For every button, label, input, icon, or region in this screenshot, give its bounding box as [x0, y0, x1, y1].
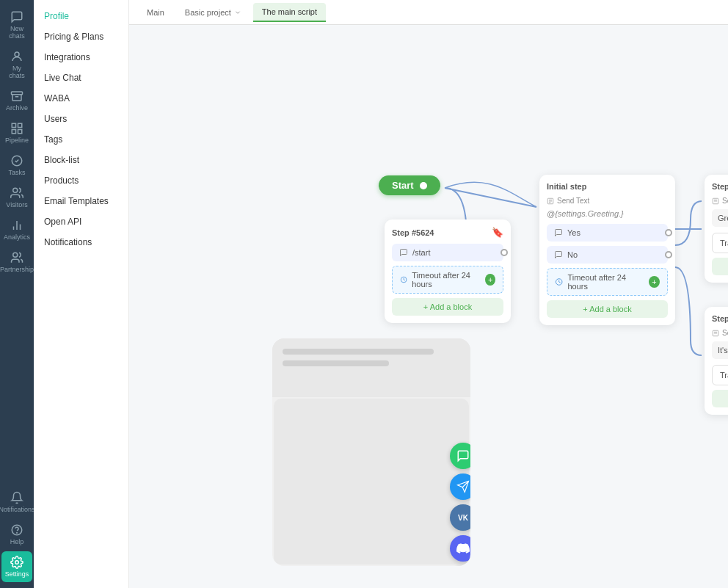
text-icon-5621: [712, 330, 719, 337]
icon-sidebar: New chats My chats Archive Pipeline Task…: [0, 0, 34, 588]
b2chat-icon: [456, 449, 470, 462]
text-icon-5620: [712, 197, 719, 205]
tab-basic-project[interactable]: Basic project: [176, 4, 250, 21]
menu-item-products[interactable]: Products: [34, 170, 128, 191]
menu-item-profile[interactable]: Profile: [34, 6, 128, 26]
sidebar-item-label: Help: [10, 538, 24, 545]
sidebar-item-label: Pipeline: [5, 137, 29, 144]
main-content: Main Basic project The main script Start: [129, 0, 728, 588]
start-connector: [420, 182, 427, 189]
preview-line-1: [283, 349, 434, 355]
card-title-initial: Initial step: [547, 182, 668, 191]
start-label: Start: [392, 180, 414, 191]
menu-item-live-chat[interactable]: Live Chat: [34, 68, 128, 88]
top-tabs: Main Basic project The main script: [129, 0, 728, 25]
sidebar-item-settings[interactable]: Settings: [1, 551, 32, 582]
clock-icon-initial: [555, 277, 563, 286]
preview-body: VK: [274, 399, 469, 565]
tab-main[interactable]: Main: [138, 4, 173, 21]
sidebar-item-label: Notifications: [0, 506, 35, 513]
menu-item-open-api[interactable]: Open API: [34, 211, 128, 232]
sidebar-item-label: Settings: [5, 570, 29, 578]
no-connector: [665, 251, 672, 258]
flow-card-5624: Step #5624 🔖 /start Timeout after 24 hou…: [385, 219, 511, 323]
slash-start-block: /start: [392, 244, 503, 261]
send-text-label-5621: Send Text: [712, 329, 728, 337]
slash-start-label: /start: [412, 248, 430, 257]
menu-item-tags[interactable]: Tags: [34, 129, 128, 150]
social-icon-telegram[interactable]: [450, 473, 470, 500]
transfer-btn-5621[interactable]: Transfer +: [712, 365, 728, 385]
menu-item-pricing[interactable]: Pricing & Plans: [34, 26, 128, 47]
sidebar-item-pipeline[interactable]: Pipeline: [1, 117, 32, 148]
menu-item-users[interactable]: Users: [34, 109, 128, 129]
flow-card-5620: Step #5620 Send Text Great, keep it up T…: [705, 175, 728, 283]
yes-label: Yes: [567, 228, 580, 237]
menu-item-waba[interactable]: WABA: [34, 88, 128, 109]
message-5620: Great, keep it up: [712, 209, 728, 227]
telegram-icon: [456, 480, 470, 493]
svg-rect-6: [18, 130, 22, 134]
timeout-block-initial: Timeout after 24 hours +: [547, 268, 668, 296]
flow-canvas: Start Step #5624 🔖 /start Timeout after …: [129, 25, 728, 588]
preview-card: VK: [272, 338, 470, 566]
sidebar-item-notifications[interactable]: Notifications: [1, 487, 32, 518]
timeout-label: Timeout after 24 hours: [412, 271, 481, 288]
sidebar-item-label: Tasks: [8, 169, 25, 176]
message-icon: [399, 248, 408, 257]
social-icon-b2chat[interactable]: [450, 443, 470, 469]
preview-line-2: [283, 360, 389, 366]
menu-item-integrations[interactable]: Integrations: [34, 47, 128, 68]
sidebar-item-visitors[interactable]: Visitors: [1, 182, 32, 213]
timeout-label-initial: Timeout after 24 hours: [567, 273, 644, 291]
card-title-5620: Step #5620: [712, 182, 728, 191]
connector-dot: [500, 249, 508, 256]
discord-icon: [456, 542, 470, 555]
bookmark-icon[interactable]: 🔖: [492, 227, 503, 238]
sidebar-item-partnership[interactable]: Partnership: [1, 247, 32, 277]
add-block-5624[interactable]: + Add a block: [392, 298, 503, 316]
social-icons: VK: [450, 443, 470, 566]
tab-main-script[interactable]: The main script: [253, 3, 326, 22]
send-text-label-5620: Send Text: [712, 197, 728, 205]
add-timeout-btn[interactable]: +: [485, 274, 495, 286]
add-block-initial[interactable]: + Add a block: [547, 300, 668, 318]
social-icon-discord[interactable]: [450, 535, 470, 562]
svg-point-14: [17, 532, 18, 533]
no-block: No: [547, 246, 668, 264]
message-icon-no: [554, 250, 563, 259]
social-icon-vk[interactable]: VK: [450, 504, 470, 531]
sidebar-item-label: Archive: [6, 104, 28, 112]
menu-sidebar: Profile Pricing & Plans Integrations Liv…: [34, 0, 129, 588]
sidebar-item-label: Visitors: [6, 201, 27, 208]
transfer-btn-5620[interactable]: Transfer +: [712, 233, 728, 253]
svg-point-0: [15, 52, 19, 57]
svg-point-15: [15, 561, 19, 565]
sidebar-item-analytics[interactable]: Analytics: [1, 214, 32, 245]
sidebar-item-help[interactable]: Help: [1, 519, 32, 550]
add-timeout-initial-btn[interactable]: +: [649, 276, 660, 288]
yes-connector: [665, 229, 672, 236]
sidebar-item-label: My chats: [4, 65, 29, 79]
yes-block: Yes: [547, 224, 668, 242]
timeout-block-5624: Timeout after 24 hours +: [392, 266, 503, 294]
sidebar-item-my-chats[interactable]: My chats: [1, 46, 32, 84]
flow-card-5621: Step #5621 Send Text It's a pity, you wi…: [705, 307, 728, 415]
svg-rect-4: [18, 123, 22, 127]
add-block-5621[interactable]: + Add a block: [712, 390, 728, 407]
text-icon: [547, 197, 554, 205]
svg-rect-5: [12, 130, 15, 134]
tab-label: Basic project: [185, 8, 231, 17]
start-button[interactable]: Start: [379, 175, 440, 195]
add-block-5620[interactable]: + Add a block: [712, 258, 728, 275]
sidebar-item-archive[interactable]: Archive: [1, 85, 32, 116]
svg-point-8: [13, 188, 18, 192]
clock-icon: [400, 275, 407, 284]
sidebar-item-label: New chats: [4, 25, 29, 40]
menu-item-notifications[interactable]: Notifications: [34, 232, 128, 253]
menu-item-email-templates[interactable]: Email Templates: [34, 191, 128, 211]
message-icon-yes: [554, 228, 563, 237]
menu-item-block-list[interactable]: Block-list: [34, 150, 128, 170]
sidebar-item-new-chats[interactable]: New chats: [1, 6, 32, 44]
sidebar-item-tasks[interactable]: Tasks: [1, 150, 32, 181]
